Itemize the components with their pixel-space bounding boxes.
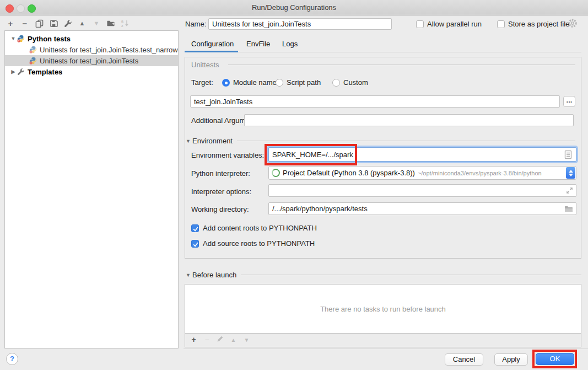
add-configuration-button[interactable]: + [6, 18, 15, 28]
question-mark-icon: ? [10, 355, 14, 363]
move-up-button[interactable]: ▲ [77, 18, 87, 28]
interpreter-options-input[interactable] [268, 184, 576, 197]
copy-configuration-button[interactable] [34, 18, 44, 28]
tree-node-templates[interactable]: ▶ Templates [5, 66, 178, 77]
tree-node-label: Unittests for test_join.JoinTests [40, 57, 138, 65]
svg-text:z: z [121, 24, 123, 28]
conda-env-icon [272, 169, 280, 177]
section-rule [228, 65, 575, 65]
store-settings-gear-button[interactable] [568, 18, 578, 30]
create-folder-button[interactable] [106, 18, 116, 28]
browse-directory-button[interactable] [564, 205, 573, 215]
module-name-input[interactable] [190, 95, 560, 108]
name-input[interactable] [208, 18, 392, 30]
chevron-down-icon[interactable]: ▼ [9, 36, 17, 41]
configurations-tree: ▼ Python tests Unittests for test_join.J… [4, 30, 179, 348]
minimize-window-button[interactable] [17, 4, 25, 13]
edit-templates-button[interactable] [63, 18, 73, 28]
section-rule [241, 275, 581, 275]
tree-node-python-tests[interactable]: ▼ Python tests [5, 33, 178, 44]
environment-variables-input[interactable] [268, 147, 576, 162]
store-as-project-file-checkbox[interactable] [497, 20, 505, 28]
remove-configuration-button[interactable]: − [20, 18, 30, 28]
store-as-project-file-label: Store as project file [508, 20, 569, 29]
environment-variables-label: Environment variables: [191, 151, 264, 160]
working-directory-input[interactable] [268, 202, 576, 215]
arrow-down-icon: ▼ [94, 20, 100, 26]
python-test-icon [29, 57, 37, 65]
edit-task-button[interactable] [216, 335, 224, 344]
before-launch-section-header[interactable]: ▼ Before launch [186, 271, 581, 279]
remove-task-button[interactable]: − [203, 335, 211, 344]
run-debug-configurations-dialog: Run/Debug Configurations + − ▲ ▼ a [0, 0, 588, 370]
tab-bar-divider [238, 52, 581, 52]
add-content-roots-checkbox[interactable] [191, 224, 199, 232]
apply-button[interactable]: Apply [494, 353, 528, 366]
browse-env-vars-button[interactable] [564, 150, 572, 161]
environment-section-label: Environment [192, 137, 233, 145]
add-content-roots-label: Add content roots to PYTHONPATH [203, 224, 317, 233]
copy-icon [35, 19, 44, 28]
add-source-roots-label: Add source roots to PYTHONPATH [203, 239, 315, 248]
combobox-stepper[interactable] [566, 167, 575, 179]
allow-parallel-run-checkbox[interactable] [416, 20, 424, 28]
task-list-area[interactable]: There are no tasks to run before launch [185, 285, 581, 334]
radio-script-path[interactable] [276, 79, 283, 87]
save-configuration-button[interactable] [48, 18, 58, 28]
chevron-up-icon [569, 170, 573, 173]
python-interpreter-combobox[interactable]: Project Default (Python 3.8 (pyspark-3.8… [268, 166, 576, 180]
unittests-section-header: Unittests [191, 61, 575, 69]
environment-section-header[interactable]: ▼ Environment [186, 137, 575, 145]
move-down-button[interactable]: ▼ [91, 18, 101, 28]
tree-node-test-narrow[interactable]: Unittests for test_join.JoinTests.test_n… [5, 44, 178, 55]
radio-custom[interactable] [332, 79, 340, 87]
collapse-icon[interactable]: ▼ [186, 272, 191, 278]
title-bar: Run/Debug Configurations [0, 0, 588, 15]
help-button[interactable]: ? [6, 353, 18, 365]
interpreter-options-label: Interpreter options: [191, 187, 251, 196]
add-source-roots-checkbox[interactable] [191, 240, 199, 248]
before-launch-task-list: There are no tasks to run before launch … [185, 284, 581, 347]
env-list-icon [564, 150, 572, 159]
interpreter-path: ~/opt/miniconda3/envs/pyspark-3.8/bin/py… [418, 170, 542, 176]
tab-envfile[interactable]: EnvFile [246, 39, 270, 49]
cancel-button[interactable]: Cancel [445, 353, 483, 366]
zoom-window-button[interactable] [28, 4, 36, 13]
collapse-icon[interactable]: ▼ [186, 138, 191, 144]
add-task-button[interactable]: + [190, 335, 198, 344]
chevron-right-icon[interactable]: ▶ [9, 69, 17, 74]
wrench-icon [64, 19, 72, 28]
name-label: Name: [185, 20, 206, 29]
save-icon [50, 19, 58, 28]
radio-module-name[interactable] [222, 79, 230, 87]
minus-icon: − [23, 19, 28, 28]
additional-arguments-input[interactable] [244, 114, 574, 126]
close-window-button[interactable] [6, 4, 14, 13]
python-tests-icon [17, 35, 25, 42]
move-task-down-button[interactable]: ▼ [242, 337, 251, 343]
ok-button[interactable]: OK [536, 353, 574, 365]
chevron-down-icon [569, 174, 573, 176]
sort-configurations-button[interactable]: a z [120, 18, 130, 28]
active-tab-underline [185, 51, 238, 52]
target-label: Target: [191, 78, 213, 87]
expand-field-button[interactable] [566, 187, 573, 196]
before-launch-label: Before launch [192, 271, 236, 279]
pencil-icon [217, 335, 224, 342]
unittests-section-label: Unittests [191, 61, 219, 69]
new-folder-icon [106, 19, 115, 28]
arrow-up-icon: ▲ [79, 20, 85, 26]
folder-icon [564, 205, 573, 213]
browse-module-button[interactable]: ... [563, 96, 575, 107]
footer-divider [184, 348, 588, 349]
window-title: Run/Debug Configurations [0, 0, 588, 15]
empty-tasks-message: There are no tasks to run before launch [320, 305, 446, 313]
gear-icon [568, 18, 578, 28]
tab-logs[interactable]: Logs [282, 39, 298, 49]
working-directory-label: Working directory: [191, 205, 249, 214]
ellipsis-icon: ... [567, 96, 573, 104]
tree-node-jointests-selected[interactable]: Unittests for test_join.JoinTests [5, 55, 178, 66]
section-rule [237, 141, 575, 141]
move-task-up-button[interactable]: ▲ [229, 337, 238, 343]
tab-configuration[interactable]: Configuration [191, 39, 234, 49]
